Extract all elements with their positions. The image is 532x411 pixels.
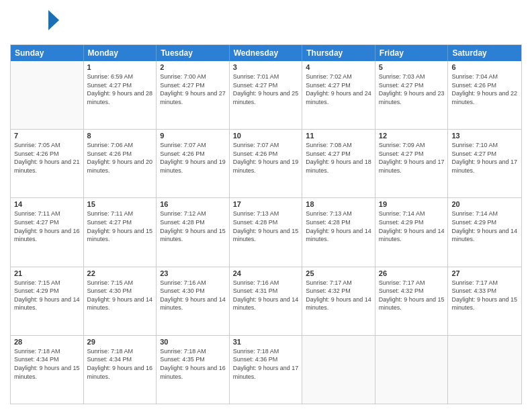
day-number: 29 [87, 338, 153, 346]
daylight-text: Daylight: 9 hours and 15 minutes. [160, 228, 226, 243]
day-number: 17 [233, 200, 299, 208]
sunset-text: Sunset: 4:26 PM [451, 82, 496, 89]
calendar-cell: 5 Sunrise: 7:03 AM Sunset: 4:27 PM Dayli… [375, 61, 449, 129]
sunset-text: Sunset: 4:27 PM [87, 82, 132, 89]
daylight-text: Daylight: 9 hours and 15 minutes. [14, 365, 80, 380]
cell-info: Sunrise: 7:13 AM Sunset: 4:28 PM Dayligh… [306, 210, 371, 243]
calendar-cell: 18 Sunrise: 7:13 AM Sunset: 4:28 PM Dayl… [302, 198, 375, 266]
day-number: 4 [306, 63, 371, 71]
calendar-cell [11, 61, 84, 129]
sunset-text: Sunset: 4:26 PM [233, 150, 278, 157]
sunset-text: Sunset: 4:27 PM [233, 82, 278, 89]
calendar-cell: 11 Sunrise: 7:08 AM Sunset: 4:27 PM Dayl… [302, 130, 375, 197]
sunset-text: Sunset: 4:27 PM [160, 82, 205, 89]
cell-info: Sunrise: 7:07 AM Sunset: 4:26 PM Dayligh… [160, 141, 226, 175]
sunset-text: Sunset: 4:26 PM [87, 150, 132, 157]
calendar-header: Sunday Monday Tuesday Wednesday Thursday… [11, 45, 521, 61]
cell-info: Sunrise: 7:11 AM Sunset: 4:27 PM Dayligh… [87, 210, 153, 243]
sunrise-text: Sunrise: 7:11 AM [87, 210, 134, 217]
day-number: 13 [451, 132, 518, 140]
cell-info: Sunrise: 7:07 AM Sunset: 4:26 PM Dayligh… [233, 141, 299, 175]
daylight-text: Daylight: 9 hours and 15 minutes. [451, 296, 517, 312]
day-number: 14 [14, 200, 80, 208]
sunrise-text: Sunrise: 7:17 AM [379, 279, 425, 286]
day-number: 9 [160, 132, 226, 140]
calendar-cell: 8 Sunrise: 7:06 AM Sunset: 4:26 PM Dayli… [84, 130, 157, 197]
day-number: 5 [379, 63, 445, 71]
daylight-text: Daylight: 9 hours and 19 minutes. [233, 158, 299, 174]
daylight-text: Daylight: 9 hours and 18 minutes. [306, 158, 371, 174]
calendar-week-3: 14 Sunrise: 7:11 AM Sunset: 4:27 PM Dayl… [11, 198, 521, 267]
sunset-text: Sunset: 4:31 PM [233, 287, 278, 294]
calendar-cell [448, 336, 521, 404]
header-saturday: Saturday [448, 45, 521, 61]
day-number: 30 [160, 338, 226, 346]
day-number: 12 [379, 132, 445, 140]
sunrise-text: Sunrise: 7:18 AM [87, 348, 134, 355]
sunrise-text: Sunrise: 7:14 AM [451, 210, 498, 217]
calendar-cell: 21 Sunrise: 7:15 AM Sunset: 4:29 PM Dayl… [11, 267, 84, 335]
sunrise-text: Sunrise: 7:07 AM [233, 142, 279, 148]
sunrise-text: Sunrise: 7:09 AM [379, 142, 425, 148]
header [10, 7, 522, 40]
day-number: 20 [451, 200, 518, 208]
sunrise-text: Sunrise: 7:11 AM [14, 210, 60, 217]
day-number: 31 [233, 338, 299, 346]
sunrise-text: Sunrise: 7:02 AM [306, 73, 352, 80]
sunrise-text: Sunrise: 7:16 AM [160, 279, 206, 286]
calendar-week-4: 21 Sunrise: 7:15 AM Sunset: 4:29 PM Dayl… [11, 267, 521, 336]
calendar-cell: 23 Sunrise: 7:16 AM Sunset: 4:30 PM Dayl… [157, 267, 230, 335]
day-number: 19 [379, 200, 445, 208]
daylight-text: Daylight: 9 hours and 14 minutes. [379, 228, 445, 243]
day-number: 21 [14, 269, 80, 277]
daylight-text: Daylight: 9 hours and 28 minutes. [87, 90, 153, 105]
sunset-text: Sunset: 4:27 PM [306, 150, 351, 157]
daylight-text: Daylight: 9 hours and 14 minutes. [451, 228, 517, 243]
calendar-cell: 12 Sunrise: 7:09 AM Sunset: 4:27 PM Dayl… [375, 130, 449, 197]
svg-marker-0 [48, 10, 59, 30]
daylight-text: Daylight: 9 hours and 24 minutes. [306, 90, 371, 105]
sunset-text: Sunset: 4:26 PM [14, 150, 59, 157]
day-number: 7 [14, 132, 80, 140]
calendar-cell: 31 Sunrise: 7:18 AM Sunset: 4:36 PM Dayl… [230, 336, 303, 404]
header-monday: Monday [84, 45, 157, 61]
header-sunday: Sunday [11, 45, 84, 61]
sunrise-text: Sunrise: 7:03 AM [379, 73, 425, 80]
sunrise-text: Sunrise: 7:05 AM [14, 142, 60, 148]
calendar-cell: 29 Sunrise: 7:18 AM Sunset: 4:34 PM Dayl… [84, 336, 157, 404]
day-number: 15 [87, 200, 153, 208]
calendar-body: 1 Sunrise: 6:59 AM Sunset: 4:27 PM Dayli… [11, 61, 521, 404]
calendar-cell: 9 Sunrise: 7:07 AM Sunset: 4:26 PM Dayli… [157, 130, 230, 197]
cell-info: Sunrise: 7:10 AM Sunset: 4:27 PM Dayligh… [451, 141, 518, 175]
sunset-text: Sunset: 4:27 PM [14, 219, 59, 226]
daylight-text: Daylight: 9 hours and 21 minutes. [14, 158, 80, 174]
calendar-cell: 19 Sunrise: 7:14 AM Sunset: 4:29 PM Dayl… [375, 198, 449, 266]
daylight-text: Daylight: 9 hours and 19 minutes. [160, 158, 226, 174]
sunset-text: Sunset: 4:32 PM [379, 287, 424, 294]
day-number: 10 [233, 132, 299, 140]
sunset-text: Sunset: 4:27 PM [379, 82, 424, 89]
sunrise-text: Sunrise: 7:01 AM [233, 73, 279, 80]
cell-info: Sunrise: 7:00 AM Sunset: 4:27 PM Dayligh… [160, 73, 226, 106]
calendar-cell: 16 Sunrise: 7:12 AM Sunset: 4:28 PM Dayl… [157, 198, 230, 266]
daylight-text: Daylight: 9 hours and 14 minutes. [14, 296, 80, 312]
daylight-text: Daylight: 9 hours and 27 minutes. [160, 90, 226, 105]
daylight-text: Daylight: 9 hours and 16 minutes. [14, 228, 80, 243]
calendar-cell: 22 Sunrise: 7:15 AM Sunset: 4:30 PM Dayl… [84, 267, 157, 335]
cell-info: Sunrise: 7:18 AM Sunset: 4:35 PM Dayligh… [160, 347, 226, 381]
calendar-cell: 2 Sunrise: 7:00 AM Sunset: 4:27 PM Dayli… [157, 61, 230, 129]
sunset-text: Sunset: 4:29 PM [14, 287, 59, 294]
sunrise-text: Sunrise: 7:18 AM [233, 348, 279, 355]
cell-info: Sunrise: 7:16 AM Sunset: 4:30 PM Dayligh… [160, 279, 226, 312]
sunset-text: Sunset: 4:27 PM [306, 82, 351, 89]
calendar-cell: 1 Sunrise: 6:59 AM Sunset: 4:27 PM Dayli… [84, 61, 157, 129]
cell-info: Sunrise: 7:02 AM Sunset: 4:27 PM Dayligh… [306, 73, 371, 106]
calendar-cell [375, 336, 449, 404]
cell-info: Sunrise: 6:59 AM Sunset: 4:27 PM Dayligh… [87, 73, 153, 106]
day-number: 18 [306, 200, 371, 208]
daylight-text: Daylight: 9 hours and 14 minutes. [306, 228, 371, 243]
sunrise-text: Sunrise: 7:15 AM [14, 279, 60, 286]
calendar-cell: 26 Sunrise: 7:17 AM Sunset: 4:32 PM Dayl… [375, 267, 449, 335]
calendar-week-5: 28 Sunrise: 7:18 AM Sunset: 4:34 PM Dayl… [11, 336, 521, 404]
header-wednesday: Wednesday [230, 45, 303, 61]
